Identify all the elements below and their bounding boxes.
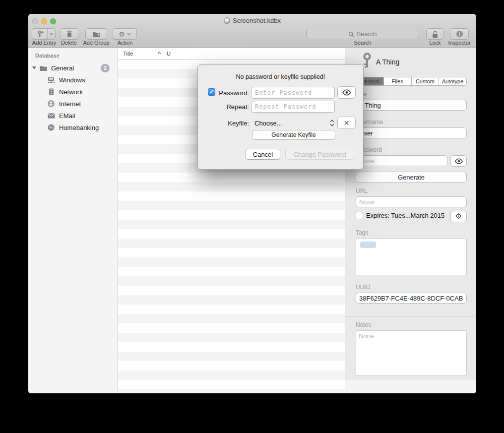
- dialog-keyfile-label: Keyfile:: [201, 120, 249, 127]
- expires-settings-button[interactable]: ⚙: [450, 211, 467, 222]
- url-field[interactable]: [356, 196, 467, 207]
- chevron-down-icon: [127, 33, 131, 35]
- windows-icon: [47, 77, 56, 83]
- dialog-reveal-password-button[interactable]: [337, 86, 356, 99]
- password-field[interactable]: [356, 155, 447, 166]
- folder-icon: [39, 65, 48, 71]
- inspector-label: Inspector: [445, 40, 473, 46]
- expires-checkbox[interactable]: [356, 212, 363, 219]
- sort-ascending-icon: ^: [158, 51, 161, 57]
- sidebar-item-label: EMail: [59, 112, 75, 120]
- reveal-password-button[interactable]: [450, 155, 467, 167]
- document-proxy-icon: [224, 17, 230, 24]
- tab-files[interactable]: Files: [384, 77, 412, 85]
- dialog-repeat-label: Repeat:: [201, 103, 249, 111]
- generate-password-button[interactable]: Generate: [356, 172, 467, 183]
- sidebar-header: Database: [35, 53, 60, 59]
- sidebar-item-windows[interactable]: Windows: [28, 74, 118, 86]
- column-header-title[interactable]: Title: [123, 51, 133, 57]
- add-group-label: Add Group: [81, 40, 112, 46]
- entry-title: A Thing: [376, 58, 399, 66]
- dialog-password-field[interactable]: [251, 87, 335, 99]
- inspector-button[interactable]: [450, 28, 469, 40]
- sidebar: Database General 2 Windows: [28, 48, 118, 393]
- tab-autotype[interactable]: Autotype: [439, 77, 466, 85]
- dialog-password-label: Password:: [201, 89, 249, 97]
- inspector-panel: A Thing General Files Custom Autotype Ti…: [345, 48, 476, 393]
- gear-icon: ⚙: [119, 31, 125, 38]
- chevron-down-icon: [48, 29, 55, 39]
- eye-icon: [454, 158, 463, 164]
- clear-keyfile-button[interactable]: ✕: [337, 117, 356, 129]
- change-password-dialog: No password or keyfile supplied! ✓ Passw…: [197, 64, 364, 170]
- notes-label: Notes: [356, 321, 371, 328]
- notes-field[interactable]: [356, 330, 467, 375]
- search-icon: [348, 31, 354, 37]
- window-title: Screenshot.kdbx: [28, 17, 476, 24]
- generate-keyfile-button[interactable]: Generate Keyfile: [252, 130, 335, 140]
- info-icon: [456, 30, 463, 38]
- sidebar-item-label: Network: [59, 88, 83, 96]
- inspector-tabs: General Files Custom Autotype: [356, 77, 467, 86]
- sidebar-item-network[interactable]: Network: [28, 86, 118, 98]
- lock-label: Lock: [427, 40, 443, 46]
- sidebar-item-label: Internet: [59, 100, 81, 108]
- search-placeholder: Search: [356, 30, 377, 38]
- lock-open-icon: [432, 30, 439, 38]
- action-button[interactable]: ⚙: [113, 28, 137, 40]
- tab-custom[interactable]: Custom: [412, 77, 440, 85]
- add-group-button[interactable]: [85, 28, 107, 40]
- divider: [345, 316, 476, 316]
- group-count-badge: 2: [101, 64, 110, 72]
- sidebar-item-label: Homebanking: [59, 124, 99, 131]
- expires-label: Expires: Tues...March 2015: [366, 212, 444, 219]
- trash-icon: [66, 30, 73, 38]
- add-entry-button[interactable]: [32, 28, 56, 40]
- change-password-button[interactable]: Change Password: [285, 149, 354, 160]
- search-input[interactable]: Search: [306, 29, 419, 39]
- uuid-field[interactable]: [356, 293, 467, 304]
- inspector-footer: [345, 379, 476, 393]
- column-divider[interactable]: [164, 50, 164, 58]
- email-icon: [47, 113, 56, 119]
- tags-label: Tags: [356, 229, 368, 236]
- cancel-button[interactable]: Cancel: [246, 149, 280, 160]
- disclosure-triangle-icon[interactable]: [32, 66, 36, 69]
- search-label: Search: [351, 40, 375, 46]
- tags-field[interactable]: [356, 239, 467, 275]
- keyfile-selected-value: Choose...: [254, 120, 282, 127]
- group-label: General: [51, 64, 74, 72]
- lock-button[interactable]: [426, 28, 443, 40]
- key-plus-icon: [32, 29, 48, 39]
- delete-button[interactable]: [60, 28, 78, 40]
- gear-icon: ⚙: [455, 213, 462, 220]
- entry-list-header: Title ^ U: [118, 48, 345, 60]
- action-label: Action: [114, 40, 136, 46]
- delete-label: Delete: [59, 40, 79, 46]
- uuid-label: UUID: [356, 284, 370, 291]
- titlebar-toolbar: Screenshot.kdbx Add Entry Delete Add Gro…: [28, 14, 476, 48]
- dialog-message: No password or keyfile supplied!: [198, 73, 363, 80]
- desktop-background: Screenshot.kdbx Add Entry Delete Add Gro…: [0, 0, 504, 433]
- sidebar-item-internet[interactable]: Internet: [28, 98, 118, 110]
- title-field[interactable]: [356, 100, 467, 111]
- folder-plus-icon: [92, 31, 101, 38]
- sidebar-item-email[interactable]: EMail: [28, 110, 118, 122]
- network-icon: [47, 88, 56, 95]
- app-window: Screenshot.kdbx Add Entry Delete Add Gro…: [28, 14, 476, 393]
- tag-token[interactable]: [360, 242, 376, 248]
- popup-stepper-icon[interactable]: [329, 117, 335, 129]
- sidebar-item-label: Windows: [59, 76, 85, 84]
- close-x-icon: ✕: [344, 119, 350, 127]
- sidebar-item-homebanking[interactable]: % Homebanking: [28, 122, 118, 133]
- dialog-repeat-field[interactable]: [251, 101, 335, 113]
- svg-text:%: %: [49, 125, 53, 130]
- username-field[interactable]: [356, 127, 467, 138]
- sidebar-group-general[interactable]: General 2: [28, 62, 118, 74]
- add-entry-label: Add Entry: [30, 40, 58, 46]
- keyfile-popup[interactable]: Choose...: [254, 117, 282, 129]
- expires-row: Expires: Tues...March 2015: [356, 212, 444, 219]
- url-label: URL: [356, 187, 368, 194]
- column-header-username[interactable]: U: [167, 51, 171, 57]
- homebanking-icon: %: [47, 124, 56, 131]
